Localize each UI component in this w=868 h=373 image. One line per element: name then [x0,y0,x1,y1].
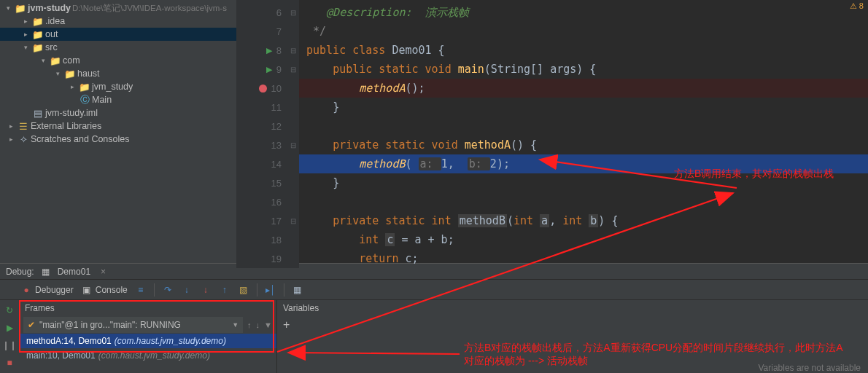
package-icon: 📁 [50,55,61,66]
tree-label: com [63,55,80,66]
breakpoint-icon[interactable] [259,85,267,93]
rerun-icon[interactable]: ↻ [4,305,15,316]
scratches-icon: ✧ [18,134,29,145]
step-into-icon[interactable]: ↓ [181,284,193,296]
tree-node-idea[interactable]: ▸ 📁 .idea [0,15,236,28]
stack-frame-label: main:10, Demo01 [26,350,96,361]
inspection-warning-badge[interactable]: ⚠ 8 [850,1,864,11]
tree-chevron-icon[interactable]: ▸ [20,31,31,38]
source-folder-icon: 📁 [32,42,44,53]
line-number: 10 [271,83,282,94]
add-watch-icon[interactable]: + [283,318,290,331]
separator [154,283,155,297]
tab-debugger[interactable]: ● Debugger [20,284,74,296]
debug-tool-window[interactable]: Debug: ▦ Demo01 × ● Debugger ▣ Console ≡… [0,264,868,373]
thread-selector[interactable]: ✔ "main"@1 in gro..."main": RUNNING ▼ [23,317,243,333]
step-over-icon[interactable]: ↷ [162,284,174,296]
tree-node-out[interactable]: ▸ 📁 out [0,28,236,41]
tree-label: jvm-study.iml [45,108,98,118]
tab-console[interactable]: ▣ Console [81,284,128,296]
debug-toolbar: ● Debugger ▣ Console ≡ ↷ ↓ ↓ ↑ ▧ ▸│ ▦ [0,280,868,300]
prev-frame-icon[interactable]: ↑ [247,321,252,329]
chevron-down-icon: ▼ [232,321,239,329]
line-number: 9 [276,64,282,75]
gutter[interactable]: 6 7 ▶8 ▶9 10 11 12 13 14 15 16 17 18 19 [236,0,287,268]
tree-node-iml[interactable]: ▤ jvm-study.iml [0,106,236,119]
run-gutter-icon[interactable]: ▶ [266,65,272,74]
filter-icon[interactable]: ▼ [264,321,272,329]
tree-chevron-icon[interactable]: ▾ [20,44,31,51]
drop-frame-icon[interactable]: ▧ [238,284,249,296]
next-frame-icon[interactable]: ↓ [256,321,260,329]
code-line: } [299,98,868,117]
tree-label: Main [92,95,112,105]
line-number: 17 [271,216,282,227]
package-icon: 📁 [79,82,90,93]
line-number: 8 [276,45,282,56]
application-icon: ▦ [40,266,52,278]
tree-chevron-icon[interactable]: ▾ [38,57,48,64]
stack-frame[interactable]: methodA:14, Demo01 (com.haust.jvm_study.… [19,334,276,348]
debug-left-toolbar: ↻ ▶ ❙❙ ■ [0,300,19,373]
code-line [299,192,868,211]
tree-node-root[interactable]: ▾ 📁 jvm-study D:\Note\笔记\JVM\IDEA-worksp… [0,1,236,15]
project-tool-window[interactable]: ▾ 📁 jvm-study D:\Note\笔记\JVM\IDEA-worksp… [0,0,236,263]
run-gutter-icon[interactable]: ▶ [266,46,272,55]
code-editor[interactable]: ⚠ 8 6 7 ▶8 ▶9 10 11 12 13 14 15 16 17 18… [236,0,868,263]
code-lines[interactable]: @Description: 演示栈帧 */ public class Demo0… [299,0,868,268]
tree-node-jvm_study[interactable]: ▸ 📁 jvm_study [0,80,236,93]
console-icon: ▣ [81,284,93,296]
tree-chevron-icon[interactable]: ▾ [3,4,13,12]
frames-panel[interactable]: Frames ✔ "main"@1 in gro..."main": RUNNI… [19,300,277,373]
line-number: 14 [271,159,282,170]
line-number: 12 [271,121,282,132]
breakpoints-icon: ● [20,284,32,296]
tree-chevron-icon[interactable]: ▸ [6,136,16,143]
tree-label: .idea [45,16,65,26]
stack-frame[interactable]: main:10, Demo01 (com.haust.jvm_study.dem… [19,348,276,363]
file-icon: ▤ [32,108,44,119]
debug-title-label: Debug: [6,267,34,277]
class-icon: Ⓒ [79,94,90,106]
fold-column[interactable]: ⊟⊟⊟ ⊟ ⊟ [287,0,299,268]
close-tab-icon[interactable]: × [101,267,106,277]
tree-label: out [45,29,58,39]
line-number: 15 [271,178,282,189]
force-step-into-icon[interactable]: ↓ [200,284,212,296]
code-line: return c; [299,249,868,268]
tree-node-scratches[interactable]: ▸ ✧ Scratches and Consoles [0,133,236,146]
code-line: @Description: 演示栈帧 [299,3,868,22]
code-line: public class Demo01 { [299,41,868,60]
tree-node-src[interactable]: ▾ 📁 src [0,41,236,54]
code-line: int c = a + b; [299,230,868,249]
separator [284,283,284,297]
evaluate-icon[interactable]: ▦ [292,284,303,296]
check-icon: ✔ [28,320,35,330]
step-out-icon[interactable]: ↑ [219,284,230,296]
run-to-cursor-icon[interactable]: ▸│ [265,284,276,296]
tree-chevron-icon[interactable]: ▾ [53,70,63,77]
tree-node-main[interactable]: Ⓒ Main [0,93,236,106]
code-line-breakpoint: methodA(); [299,79,868,98]
tree-node-com[interactable]: ▾ 📁 com [0,54,236,67]
tree-chevron-icon[interactable]: ▸ [20,17,31,25]
tree-node-haust[interactable]: ▾ 📁 haust [0,67,236,80]
line-number: 7 [276,26,282,37]
stop-icon[interactable]: ■ [4,357,15,369]
tree-path: D:\Note\笔记\JVM\IDEA-workspace\jvm-s [72,3,227,14]
tree-node-external-libraries[interactable]: ▸ ☰ External Libraries [0,119,236,133]
library-icon: ☰ [18,121,29,132]
line-number: 18 [271,235,282,246]
tree-label: Scratches and Consoles [31,134,130,144]
code-line: } [299,173,868,192]
tree-label: jvm_study [92,82,133,92]
stack-frame-label: methodA:14, Demo01 [26,336,112,346]
variables-panel[interactable]: Variables + Variables are not available [277,300,868,373]
resume-icon[interactable]: ▶ [4,322,15,334]
code-line: private static int methodB(int a, int b)… [299,211,868,230]
tree-chevron-icon[interactable]: ▸ [67,83,77,90]
threads-icon[interactable]: ≡ [135,284,147,296]
tree-chevron-icon[interactable]: ▸ [6,122,16,130]
tree-label: haust [77,68,100,79]
pause-icon[interactable]: ❙❙ [4,339,15,351]
